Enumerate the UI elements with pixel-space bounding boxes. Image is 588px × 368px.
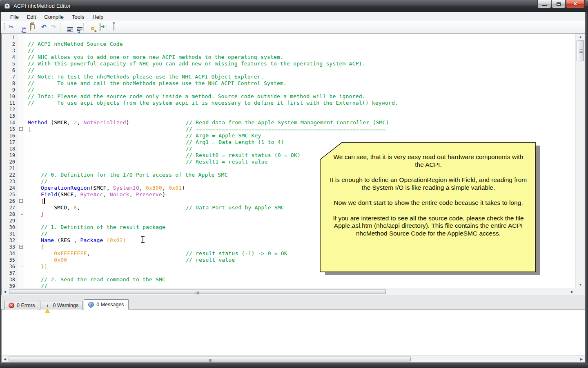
scroll-left-arrow[interactable]: ◀ — [2, 288, 8, 295]
fold-margin — [18, 152, 24, 159]
code-line[interactable]: 39 // — [2, 283, 575, 288]
vertical-scrollbar[interactable]: ▲ ▼ — [575, 34, 585, 288]
copy-button[interactable] — [16, 22, 25, 32]
line-number: 17 — [2, 139, 18, 146]
word-wrap-button[interactable]: ↴ — [72, 22, 81, 32]
code-line[interactable]: 1 — [2, 34, 575, 41]
horizontal-scrollbar[interactable]: ◀ ▶ — [2, 288, 575, 295]
margin-comment: // Read data from the Apple System Manag… — [186, 119, 389, 126]
code-line[interactable]: 4// NHC allows you to add one or more ne… — [2, 54, 575, 61]
code-line[interactable]: 2// ACPI nhcMethod Source Code — [2, 41, 575, 47]
fold-margin — [18, 34, 24, 41]
message-tabs: ✕0 Errors!0 Warningsi0 Messages — [4, 300, 129, 310]
code-line[interactable]: 6// — [2, 67, 575, 74]
maximize-button[interactable] — [552, 0, 566, 8]
minimize-button[interactable] — [537, 0, 551, 8]
compile-button[interactable] — [109, 22, 118, 32]
toolbar-separator — [107, 23, 107, 31]
code-text[interactable] — [24, 106, 575, 113]
code-text[interactable]: // NHC allows you to add one or more new… — [24, 54, 575, 61]
fold-margin — [18, 218, 24, 224]
code-text[interactable]: // Info: Please add the source code only… — [24, 93, 575, 100]
mouse-cursor-ibeam — [140, 236, 145, 243]
export-button[interactable]: ➜ — [95, 22, 105, 32]
code-line[interactable]: 9// — [2, 87, 575, 93]
code-text[interactable] — [24, 34, 575, 41]
fold-collapse-icon[interactable] — [18, 244, 24, 250]
scroll-right-arrow[interactable]: ▶ — [569, 288, 575, 295]
tab-0-messages[interactable]: i0 Messages — [84, 299, 128, 310]
code-text[interactable]: // To use and call the nhcMethods please… — [24, 80, 575, 87]
fold-margin — [18, 80, 24, 87]
menu-item-file[interactable]: File — [6, 13, 23, 21]
fold-collapse-icon[interactable] — [18, 198, 24, 204]
code-text[interactable] — [24, 113, 575, 119]
note-paragraph: If you are interested to see all the sou… — [329, 215, 528, 238]
close-button[interactable]: ✕ — [566, 0, 585, 8]
search-button[interactable] — [86, 22, 95, 32]
code-text[interactable]: // With this powerful capacity of NHC yo… — [24, 61, 575, 67]
tab-0-errors[interactable]: ✕0 Errors — [4, 301, 39, 310]
code-text[interactable]: // To use acpi objects from the system a… — [24, 100, 575, 106]
line-number: 22 — [2, 172, 18, 178]
code-text[interactable]: // — [24, 67, 575, 74]
code-text[interactable]: // ACPI nhcMethod Source Code — [24, 41, 575, 47]
vertical-scroll-thumb[interactable] — [577, 40, 584, 61]
fold-collapse-icon[interactable] — [18, 126, 24, 132]
panel-horizontal-scrollbar[interactable]: ◀ ▶ — [2, 355, 585, 362]
horizontal-scroll-thumb[interactable] — [9, 289, 386, 294]
margin-comment: // result value — [186, 257, 235, 263]
titlebar[interactable]: ACPI nhcMethod Editor ✕ — [0, 0, 588, 12]
code-line[interactable]: 3// — [2, 47, 575, 54]
paste-button[interactable] — [25, 22, 35, 32]
code-text[interactable]: // Arg0 = Apple SMC Key — [24, 132, 575, 139]
code-line[interactable]: 10// Info: Please add the source code on… — [2, 93, 575, 100]
line-number: 5 — [2, 61, 18, 67]
fold-margin — [18, 159, 24, 165]
panel-scroll-right-arrow[interactable]: ▶ — [578, 356, 585, 363]
code-line[interactable]: 15{// ==================================… — [2, 126, 575, 132]
code-text[interactable]: // Note: To test the nhcMethods please u… — [24, 74, 575, 80]
code-line[interactable]: 14Method (SMCR, 2, NotSerialized)// Read… — [2, 119, 575, 126]
menu-item-edit[interactable]: Edit — [23, 13, 40, 21]
redo-button[interactable]: ↷ — [49, 22, 58, 32]
code-line[interactable]: 16// Arg0 = Apple SMC Key — [2, 132, 575, 139]
cut-button[interactable]: ✂ — [7, 22, 16, 32]
toolbar-separator — [60, 23, 60, 31]
menu-item-compile[interactable]: Compile — [40, 13, 68, 21]
code-text[interactable]: Method (SMCR, 2, NotSerialized)// Read d… — [24, 119, 575, 126]
code-text[interactable]: // — [24, 47, 575, 54]
menu-item-help[interactable]: Help — [88, 13, 107, 21]
code-line[interactable]: 12 — [2, 106, 575, 113]
margin-comment: // Result0 = result status (0 = OK) — [186, 152, 301, 159]
code-line[interactable]: 8// To use and call the nhcMethods pleas… — [2, 80, 575, 87]
toolbar-grip[interactable] — [4, 23, 5, 31]
code-line[interactable]: 13 — [2, 113, 575, 119]
tab-0-warnings[interactable]: !0 Warnings — [40, 301, 83, 310]
line-number: 20 — [2, 159, 18, 165]
format-lines-button[interactable] — [62, 22, 72, 32]
scroll-up-arrow[interactable]: ▲ — [576, 34, 585, 40]
code-line[interactable]: 7// Note: To test the nhcMethods please … — [2, 74, 575, 80]
messages-panel[interactable]: ◀ ▶ — [1, 309, 585, 363]
panel-scroll-left-arrow[interactable]: ◀ — [2, 356, 8, 363]
code-text[interactable]: // — [24, 283, 575, 288]
fold-margin — [18, 100, 24, 106]
code-text[interactable]: {// ====================================… — [24, 126, 575, 132]
fold-margin — [18, 146, 24, 152]
panel-scroll-thumb[interactable] — [9, 357, 411, 361]
app-window: ACPI nhcMethod Editor ✕ FileEditCompileT… — [0, 0, 588, 368]
fold-margin — [18, 191, 24, 198]
fold-margin — [18, 47, 24, 54]
code-line[interactable]: 5// With this powerful capacity of NHC y… — [2, 61, 575, 67]
fold-margin — [18, 211, 24, 218]
tab-label: 0 Messages — [96, 302, 124, 307]
code-line[interactable]: 11// To use acpi objects from the system… — [2, 100, 575, 106]
undo-button[interactable]: ↶ — [39, 22, 49, 32]
line-number: 14 — [2, 119, 18, 126]
code-text[interactable]: // — [24, 87, 575, 93]
annotation-note: We can see, that it is very easy read ou… — [320, 142, 542, 278]
fold-margin — [18, 178, 24, 185]
menu-item-tools[interactable]: Tools — [68, 13, 88, 21]
scroll-down-arrow[interactable]: ▼ — [576, 281, 585, 288]
